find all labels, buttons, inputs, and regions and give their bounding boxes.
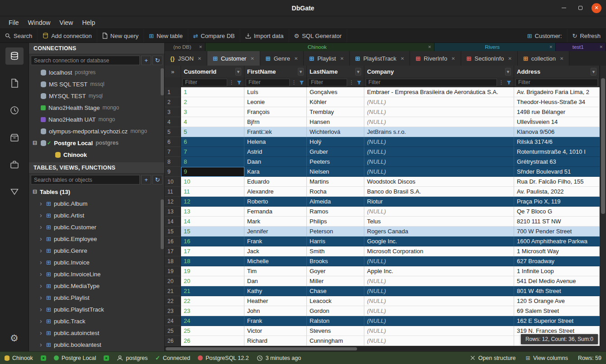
- table-item[interactable]: › ⊞ public.Invoice: [29, 256, 164, 268]
- cell-company[interactable]: Microsoft Corporation: [364, 246, 514, 256]
- cell-company[interactable]: Riotur: [364, 197, 514, 207]
- row-number[interactable]: 2: [165, 97, 181, 107]
- table-row[interactable]: 12 12 Roberto Almeida Riotur Praça Pio X…: [165, 197, 600, 207]
- cell-firstname[interactable]: Frank: [244, 316, 307, 326]
- cell-lastname[interactable]: Peterson: [307, 227, 364, 236]
- cell-company[interactable]: Apple Inc.: [364, 266, 514, 276]
- cell-customerid[interactable]: 6: [181, 137, 244, 147]
- table-row[interactable]: 22 22 Heather Leacock (NULL) 120 S Orang…: [165, 296, 600, 306]
- status-database[interactable]: Chinook: [5, 355, 33, 361]
- cell-company[interactable]: Telus: [364, 217, 514, 227]
- table-item[interactable]: › ⊞ public.Album: [29, 198, 164, 209]
- cell-firstname[interactable]: Helena: [244, 137, 307, 147]
- cell-address[interactable]: Rotenturmstraße 4, 1010 I: [514, 147, 600, 157]
- close-icon[interactable]: ✕: [451, 56, 455, 61]
- cell-company[interactable]: (NULL): [364, 137, 514, 147]
- filter-input[interactable]: Filter: [182, 79, 227, 86]
- table-row[interactable]: 1 1 Luís Gonçalves Embraer - Empresa Bra…: [165, 87, 600, 97]
- cell-company[interactable]: (NULL): [364, 286, 514, 296]
- table-row[interactable]: 10 10 Eduardo Martins Woodstock Discos R…: [165, 177, 600, 187]
- sidebar-connections-icon[interactable]: [5, 47, 24, 65]
- close-icon[interactable]: ✕: [250, 56, 254, 61]
- table-row[interactable]: 6 6 Helena Holý (NULL) Rilská 3174/6: [165, 137, 600, 147]
- cell-customerid[interactable]: 23: [181, 306, 244, 316]
- cell-customerid[interactable]: 9: [181, 167, 244, 177]
- file-tab[interactable]: ⊞ collection ✕: [518, 51, 570, 66]
- column-header[interactable]: Company ▾: [364, 66, 514, 77]
- maximize-button[interactable]: [575, 3, 585, 13]
- table-row[interactable]: 13 13 Fernanda Ramos (NULL) Qe 7 Bloco G: [165, 207, 600, 217]
- cell-customerid[interactable]: 8: [181, 157, 244, 167]
- cell-company[interactable]: (NULL): [364, 167, 514, 177]
- table-row[interactable]: 20 20 Dan Miller (NULL) 541 Del Medio Av…: [165, 276, 600, 286]
- cell-firstname[interactable]: Fernanda: [244, 207, 307, 217]
- import-data-button[interactable]: Import data: [240, 29, 289, 43]
- cell-customerid[interactable]: 4: [181, 117, 244, 127]
- cell-firstname[interactable]: Franti□ek: [244, 127, 307, 137]
- row-number[interactable]: 6: [165, 137, 181, 147]
- column-header[interactable]: CustomerId ▾: [181, 66, 244, 77]
- connection-item[interactable]: MS SQL TEST mssql: [29, 78, 164, 90]
- file-tab[interactable]: ⊞ PlaylistTrack ✕: [350, 51, 410, 66]
- cell-firstname[interactable]: Bjřrn: [244, 117, 307, 127]
- close-icon[interactable]: ✕: [508, 56, 512, 61]
- table-row[interactable]: 5 5 Franti□ek Wichterlová JetBrains s.r.…: [165, 127, 600, 137]
- row-number[interactable]: 21: [165, 286, 181, 296]
- sidebar-history-icon[interactable]: [5, 102, 24, 119]
- cell-address[interactable]: Grétrystraat 63: [514, 157, 600, 167]
- cell-address[interactable]: 162 E Superior Street: [514, 316, 600, 326]
- row-number[interactable]: 26: [165, 336, 181, 346]
- cell-lastname[interactable]: Stevens: [307, 326, 364, 336]
- cell-company[interactable]: JetBrains s.r.o.: [364, 127, 514, 137]
- cell-customerid[interactable]: 17: [181, 246, 244, 256]
- table-item[interactable]: › ⊞ public.Artist: [29, 209, 164, 221]
- cell-firstname[interactable]: Kathy: [244, 286, 307, 296]
- dots-menu-icon[interactable]: ⋮: [291, 80, 297, 85]
- cell-firstname[interactable]: Jennifer: [244, 227, 307, 236]
- cell-company[interactable]: (NULL): [364, 256, 514, 266]
- cell-company[interactable]: (NULL): [364, 316, 514, 326]
- cell-firstname[interactable]: Victor: [244, 326, 307, 336]
- dots-menu-icon[interactable]: ⋮: [228, 80, 235, 85]
- connection-item[interactable]: localhost postgres: [29, 66, 164, 78]
- cell-customerid[interactable]: 25: [181, 326, 244, 336]
- cell-company[interactable]: (NULL): [364, 306, 514, 316]
- collapse-box-icon[interactable]: ⊟: [33, 140, 38, 146]
- cell-customerid[interactable]: 20: [181, 276, 244, 286]
- cell-lastname[interactable]: Martins: [307, 177, 364, 187]
- row-number[interactable]: 12: [165, 197, 181, 207]
- connection-item[interactable]: Chinook: [29, 149, 164, 161]
- table-row[interactable]: 14 14 Mark Philips Telus 8210 111 ST NW: [165, 217, 600, 227]
- refresh-connections-button[interactable]: ↻: [153, 56, 162, 65]
- row-number[interactable]: 19: [165, 266, 181, 276]
- row-number[interactable]: 8: [165, 157, 181, 167]
- add-object-button[interactable]: +: [141, 175, 151, 184]
- cell-address[interactable]: Ullevĺlsveien 14: [514, 117, 600, 127]
- cell-lastname[interactable]: Wichterlová: [307, 127, 364, 137]
- row-number[interactable]: 24: [165, 316, 181, 326]
- file-tab[interactable]: ⊞ Customer ✕: [207, 51, 260, 66]
- chevron-right-icon[interactable]: ›: [40, 259, 43, 266]
- connection-item[interactable]: olympus-medportal.vychozi.cz mongo: [29, 125, 164, 137]
- table-row[interactable]: 7 7 Astrid Gruber (NULL) Rotenturmstraße…: [165, 147, 600, 157]
- chevron-right-icon[interactable]: ›: [40, 341, 43, 348]
- table-item[interactable]: › ⊞ public.PlaylistTrack: [29, 303, 164, 315]
- close-icon[interactable]: ✕: [599, 45, 603, 49]
- table-row[interactable]: 11 11 Alexandre Rocha Banco do Brasil S.…: [165, 187, 600, 197]
- horizontal-scrollbar-thumb[interactable]: [166, 347, 357, 350]
- cell-customerid[interactable]: 13: [181, 207, 244, 217]
- cell-firstname[interactable]: Dan: [244, 276, 307, 286]
- row-number[interactable]: 9: [165, 167, 181, 177]
- cell-lastname[interactable]: Almeida: [307, 197, 364, 207]
- settings-gear-icon[interactable]: ⚙: [5, 330, 24, 347]
- minimize-button[interactable]: [559, 3, 569, 13]
- chevron-right-icon[interactable]: ›: [40, 329, 43, 336]
- cell-customerid[interactable]: 19: [181, 266, 244, 276]
- cell-customerid[interactable]: 18: [181, 256, 244, 266]
- tables-scrollbar[interactable]: [161, 199, 164, 249]
- chevron-right-icon[interactable]: ›: [40, 247, 43, 254]
- cell-address[interactable]: 541 Del Medio Avenue: [514, 276, 600, 286]
- cell-address[interactable]: 627 Broadway: [514, 256, 600, 266]
- cell-firstname[interactable]: John: [244, 306, 307, 316]
- cell-address[interactable]: 1 Infinite Loop: [514, 266, 600, 276]
